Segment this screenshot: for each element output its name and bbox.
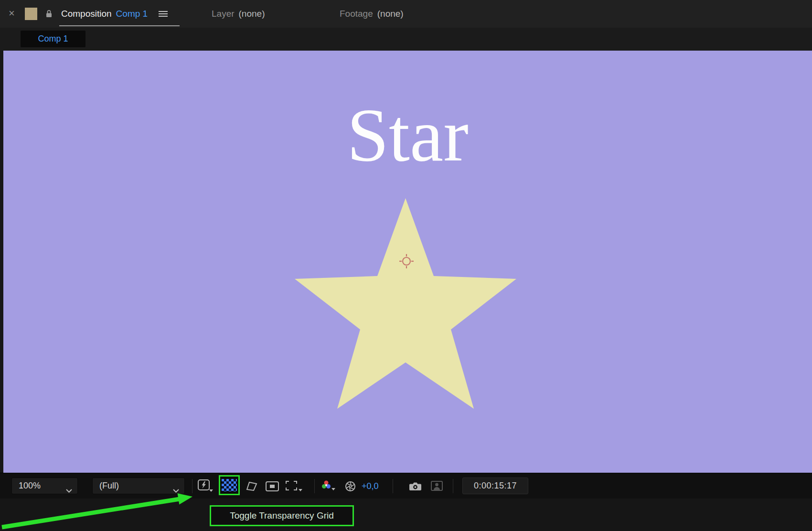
comp-tab-row: Comp 1	[0, 28, 812, 51]
safe-areas-icon	[266, 481, 279, 491]
transparency-grid-icon	[222, 479, 237, 491]
fast-previews-button[interactable]	[198, 479, 214, 493]
chevron-down-icon	[66, 485, 72, 495]
lock-icon[interactable]	[45, 10, 53, 20]
exposure-value[interactable]: +0,0	[362, 473, 379, 499]
tooltip-toggle-transparency-grid: Toggle Transparency Grid	[210, 505, 354, 526]
viewer-toolbar: 100% (Full)	[0, 473, 812, 499]
composition-tab-label: Composition	[61, 9, 112, 19]
region-of-interest-icon	[286, 480, 303, 492]
tab-footage[interactable]: Footage (none)	[340, 0, 404, 28]
active-viewer-underline	[59, 25, 180, 26]
magnification-value: 100%	[19, 481, 41, 491]
region-of-interest-button[interactable]	[286, 480, 303, 492]
bottom-strip: Toggle Transparency Grid	[0, 499, 812, 531]
comp-1-tab-label: Comp 1	[38, 34, 68, 44]
viewer-tabs-bar: × Composition Comp 1 Layer (none) Footag…	[0, 0, 812, 28]
resolution-dropdown[interactable]: (Full)	[92, 478, 185, 494]
toolbar-separator	[314, 479, 315, 493]
current-time-display[interactable]: 0:00:15:17	[462, 478, 528, 494]
resolution-value: (Full)	[99, 481, 119, 491]
close-panel-button[interactable]: ×	[9, 0, 15, 28]
rgb-channels-icon	[321, 480, 336, 491]
magnification-dropdown[interactable]: 100%	[11, 478, 78, 494]
reset-exposure-button[interactable]	[345, 481, 356, 492]
star-text-layer[interactable]: Star	[3, 97, 812, 173]
toggle-transparency-grid-button[interactable]	[222, 479, 237, 491]
show-snapshot-icon	[431, 481, 443, 491]
annotation-highlight-box	[219, 475, 240, 495]
take-snapshot-button[interactable]	[409, 481, 422, 491]
layer-tab-value: (none)	[239, 9, 265, 19]
show-snapshot-button[interactable]	[431, 481, 443, 491]
comp-1-tab[interactable]: Comp 1	[21, 31, 85, 47]
footage-tab-label: Footage	[340, 9, 373, 19]
show-channel-button[interactable]	[321, 480, 336, 491]
toolbar-separator	[192, 479, 192, 493]
tab-layer[interactable]: Layer (none)	[212, 0, 265, 28]
aperture-icon	[345, 481, 356, 492]
toolbar-separator	[453, 479, 453, 493]
camera-icon	[409, 481, 422, 491]
composition-tab-value: Comp 1	[116, 9, 148, 19]
mask-shape-path-button[interactable]	[246, 481, 258, 492]
tab-composition[interactable]: Composition Comp 1	[61, 0, 168, 28]
chevron-down-icon	[173, 485, 179, 495]
toolbar-separator	[393, 479, 393, 493]
panel-color-swatch	[25, 8, 37, 20]
grid-guide-options-button[interactable]	[266, 481, 279, 491]
star-shape-layer[interactable]	[295, 198, 516, 409]
mask-path-icon	[246, 481, 258, 492]
composition-viewport[interactable]: Star	[3, 51, 812, 473]
panel-menu-icon[interactable]	[159, 11, 168, 17]
footage-tab-value: (none)	[377, 9, 404, 19]
layer-tab-label: Layer	[212, 9, 235, 19]
